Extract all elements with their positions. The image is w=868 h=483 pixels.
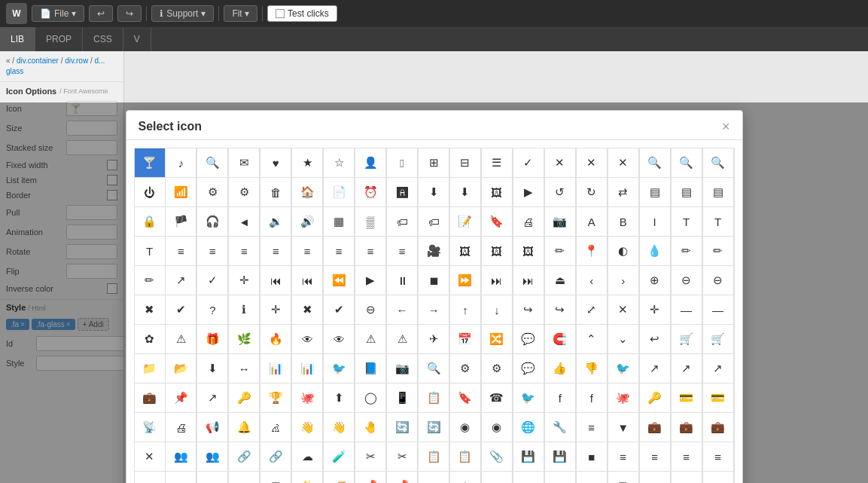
icon-cell[interactable]: 🔍 bbox=[703, 148, 733, 177]
icon-cell[interactable]: ≡ bbox=[608, 442, 638, 471]
icon-cell[interactable]: ✂ bbox=[355, 442, 385, 471]
icon-cell[interactable]: ≡ bbox=[324, 237, 354, 265]
icon-cell[interactable]: 📱 bbox=[387, 384, 417, 412]
icon-cell[interactable]: ≡ bbox=[197, 237, 227, 265]
icon-cell[interactable]: 🔄 bbox=[419, 413, 449, 442]
tab-lib[interactable]: LIB bbox=[0, 27, 35, 51]
icon-cell[interactable]: ✕ bbox=[135, 442, 165, 471]
icon-cell[interactable]: ≡ bbox=[229, 237, 259, 265]
icon-cell[interactable]: ✓ bbox=[513, 148, 544, 177]
icon-cell[interactable]: 🎧 bbox=[197, 207, 227, 236]
icon-cell[interactable]: ≡ bbox=[260, 237, 291, 265]
icon-cell[interactable]: — bbox=[672, 295, 702, 324]
icon-cell[interactable]: ✈ bbox=[419, 325, 449, 353]
icon-cell[interactable]: ✂ bbox=[387, 442, 417, 471]
icon-cell[interactable]: 📋 bbox=[450, 442, 480, 471]
icon-cell[interactable]: ♪ bbox=[166, 148, 196, 177]
icon-cell[interactable]: ↗ bbox=[197, 384, 227, 412]
tab-prop[interactable]: PROP bbox=[35, 27, 83, 51]
icon-cell[interactable]: 🔒 bbox=[135, 207, 165, 236]
icon-cell[interactable]: ✕ bbox=[577, 148, 607, 177]
fit-button[interactable]: Fit ▾ bbox=[224, 5, 257, 22]
icon-cell[interactable]: 🔉 bbox=[260, 207, 291, 236]
icon-cell[interactable]: ⚙ bbox=[482, 354, 512, 383]
icon-cell[interactable]: ✖ bbox=[292, 295, 322, 324]
icon-cell[interactable]: ↔ bbox=[229, 354, 259, 383]
icon-cell[interactable]: 📊 bbox=[292, 354, 322, 383]
icon-cell[interactable]: ⚠ bbox=[166, 325, 196, 353]
icon-cell[interactable]: ≡ bbox=[387, 237, 417, 265]
icon-cell[interactable]: 📋 bbox=[419, 442, 449, 471]
icon-cell[interactable]: 🎁 bbox=[197, 325, 227, 353]
icon-cell[interactable]: B bbox=[608, 207, 638, 236]
icon-cell[interactable]: ≡ bbox=[135, 472, 165, 483]
icon-cell[interactable]: ▲ bbox=[482, 472, 512, 483]
icon-cell[interactable]: 💬 bbox=[513, 325, 544, 353]
icon-cell[interactable]: T bbox=[672, 207, 702, 236]
icon-cell[interactable]: ⚙ bbox=[229, 178, 259, 206]
icon-cell[interactable]: 📡 bbox=[135, 413, 165, 442]
icon-cell[interactable]: 🏷 bbox=[419, 207, 449, 236]
modal-close-button[interactable]: × bbox=[722, 120, 730, 133]
icon-cell[interactable]: 🔍 bbox=[640, 148, 670, 177]
icon-cell[interactable]: ▤ bbox=[640, 178, 670, 206]
icon-cell[interactable]: 📷 bbox=[387, 354, 417, 383]
icon-cell[interactable]: ▶ bbox=[513, 178, 544, 206]
breadcrumb-d[interactable]: d... bbox=[95, 57, 105, 65]
icon-cell[interactable]: 🖼 bbox=[513, 237, 544, 265]
icon-cell[interactable]: ↓ bbox=[482, 295, 512, 324]
icon-cell[interactable]: ↕ bbox=[703, 472, 733, 483]
icon-cell[interactable]: ▤ bbox=[672, 178, 702, 206]
icon-cell[interactable]: 🐙 bbox=[608, 384, 638, 412]
icon-cell[interactable]: ⏮ bbox=[292, 266, 322, 295]
icon-cell[interactable]: ↩ bbox=[640, 325, 670, 353]
icon-cell[interactable]: ⊞ bbox=[419, 148, 449, 177]
icon-cell[interactable]: ■ bbox=[577, 442, 607, 471]
icon-cell[interactable]: ✕ bbox=[545, 148, 575, 177]
icon-cell[interactable]: ⊖ bbox=[672, 266, 702, 295]
icon-cell[interactable]: 📂 bbox=[166, 354, 196, 383]
icon-cell[interactable]: 🏠 bbox=[292, 178, 322, 206]
icon-cell[interactable]: 🏷 bbox=[387, 207, 417, 236]
icon-cell[interactable]: ≡ bbox=[672, 442, 702, 471]
icon-cell[interactable]: ⌃ bbox=[577, 325, 607, 353]
icon-cell[interactable]: 🖨 bbox=[166, 413, 196, 442]
icon-cell[interactable]: ⬇ bbox=[419, 178, 449, 206]
icon-cell[interactable]: ⚠ bbox=[387, 325, 417, 353]
icon-cell[interactable]: f bbox=[545, 384, 575, 412]
icon-cell[interactable]: ✛ bbox=[260, 295, 291, 324]
icon-cell[interactable]: ◄ bbox=[229, 207, 259, 236]
icon-cell[interactable]: ✕ bbox=[608, 295, 638, 324]
tab-css[interactable]: CSS bbox=[83, 27, 123, 51]
icon-cell[interactable]: 👍 bbox=[545, 354, 575, 383]
icon-cell[interactable]: 📌 bbox=[355, 472, 385, 483]
icon-cell[interactable]: ↺ bbox=[545, 178, 575, 206]
icon-cell[interactable]: ✕ bbox=[608, 148, 638, 177]
icon-cell[interactable]: 🔗 bbox=[260, 442, 291, 471]
icon-cell[interactable]: ‹ bbox=[577, 266, 607, 295]
icon-cell[interactable]: 🤚 bbox=[355, 413, 385, 442]
icon-cell[interactable]: 🏴 bbox=[166, 207, 196, 236]
icon-cell[interactable]: ≡ bbox=[577, 413, 607, 442]
icon-cell[interactable]: 👁 bbox=[292, 325, 322, 353]
file-button[interactable]: 📄 File ▾ bbox=[32, 5, 84, 22]
icon-cell[interactable]: S bbox=[197, 472, 227, 483]
icon-cell[interactable]: 🔥 bbox=[260, 325, 291, 353]
icon-cell[interactable]: 👋 bbox=[292, 413, 322, 442]
redo-button[interactable]: ↪ bbox=[117, 5, 142, 22]
icon-cell[interactable]: T bbox=[703, 207, 733, 236]
icon-cell[interactable]: ↗ bbox=[672, 354, 702, 383]
icon-cell[interactable]: 📎 bbox=[482, 442, 512, 471]
icon-cell[interactable]: 📊 bbox=[260, 354, 291, 383]
icon-cell[interactable]: 🔍 bbox=[419, 354, 449, 383]
icon-cell[interactable]: ⊖ bbox=[355, 295, 385, 324]
icon-cell[interactable]: ⏪ bbox=[324, 266, 354, 295]
icon-cell[interactable]: 🍸 bbox=[135, 148, 165, 177]
icon-cell[interactable]: ✔ bbox=[166, 295, 196, 324]
icon-cell[interactable]: ◄ bbox=[545, 472, 575, 483]
icon-cell[interactable]: 📷 bbox=[545, 207, 575, 236]
icon-cell[interactable]: 🐦 bbox=[324, 354, 354, 383]
icon-cell[interactable]: ≡ bbox=[166, 237, 196, 265]
icon-cell[interactable]: 🔍 bbox=[672, 148, 702, 177]
icon-cell[interactable]: ↕ bbox=[672, 472, 702, 483]
